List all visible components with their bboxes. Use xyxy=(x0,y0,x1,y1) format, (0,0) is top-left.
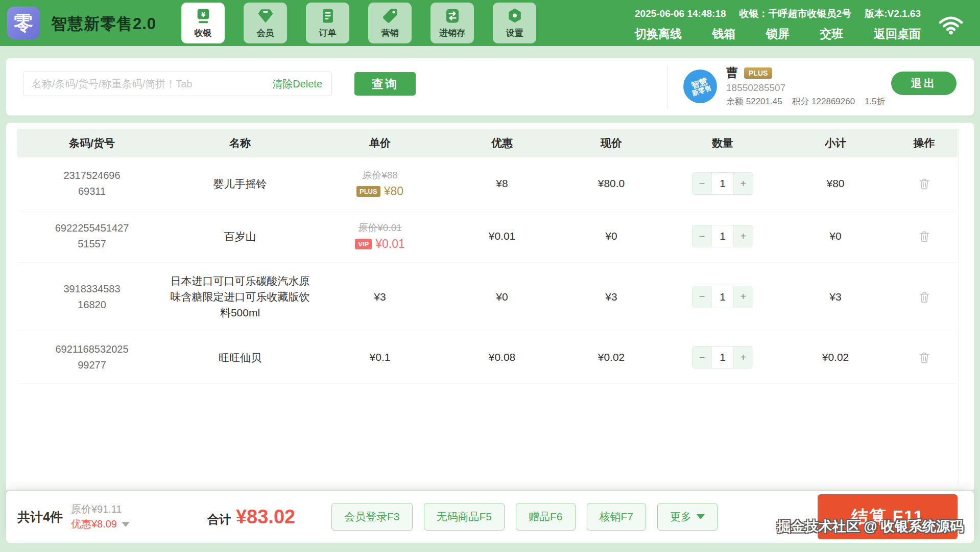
cell-barcode: 692116853202599277 xyxy=(17,341,166,373)
cashier-icon: ¥ xyxy=(195,7,212,25)
delete-row-button[interactable] xyxy=(918,351,931,364)
discount-value: ¥0.01 xyxy=(489,230,516,242)
minus-button[interactable]: − xyxy=(692,286,711,308)
subtotal-value: ¥0 xyxy=(829,230,841,242)
plus-button[interactable]: + xyxy=(734,286,753,308)
cell-subtotal: ¥3 xyxy=(780,291,891,303)
delete-row-button[interactable] xyxy=(918,177,931,190)
cell-current-price: ¥80.0 xyxy=(558,177,665,190)
delete-row-button[interactable] xyxy=(918,290,931,304)
nav-cashier[interactable]: ¥收银 xyxy=(181,3,225,43)
nav-marketing[interactable]: 营销 xyxy=(368,3,412,43)
footer-button-2[interactable]: 赠品F6 xyxy=(516,503,576,531)
footer-button-3[interactable]: 核销F7 xyxy=(587,503,647,531)
product-name: 婴儿手摇铃 xyxy=(211,176,269,192)
quantity-value[interactable]: 1 xyxy=(711,173,733,194)
plus-button[interactable]: + xyxy=(734,225,753,247)
plus-button[interactable]: + xyxy=(734,347,753,368)
plus-button[interactable]: + xyxy=(734,173,753,194)
minus-button[interactable]: − xyxy=(692,347,711,368)
more-button[interactable]: 更多 xyxy=(657,503,718,531)
nav-member[interactable]: 会员 xyxy=(244,3,287,43)
product-name: 日本进口可口可乐碳酸汽水原味含糖限定进口可乐收藏版饮料500ml xyxy=(166,273,314,320)
member-info: 曹 PLUS 18550285507 余额 52201.45 积分 122869… xyxy=(726,65,893,107)
subtotal-value: ¥80 xyxy=(826,177,844,190)
logo-glyph: 零 xyxy=(14,10,33,36)
trash-icon xyxy=(918,351,931,364)
column-header-0: 条码/货号 xyxy=(17,136,166,150)
member-price: ¥80 xyxy=(384,185,403,198)
column-header-3: 优惠 xyxy=(446,136,558,150)
header-action-3[interactable]: 交班 xyxy=(820,26,844,42)
marketing-icon xyxy=(381,7,399,25)
cell-barcode: 231752469669311 xyxy=(17,168,166,199)
cell-current-price: ¥3 xyxy=(558,291,665,303)
minus-button[interactable]: − xyxy=(692,225,711,247)
barcode-line: 3918334583 xyxy=(63,281,120,297)
checkout-button[interactable]: 结算 F11 xyxy=(818,494,958,539)
inventory-icon xyxy=(444,7,461,25)
header-action-2[interactable]: 锁屏 xyxy=(766,26,790,42)
trash-icon xyxy=(918,229,931,243)
nav-order[interactable]: 订单 xyxy=(306,3,349,43)
cart-table: 条码/货号名称单价优惠现价数量小计操作 231752469669311婴儿手摇铃… xyxy=(17,129,958,384)
header-right: 2025-06-06 14:48:18 收银：千呼超市收银员2号 版本:V2.1… xyxy=(635,7,964,42)
scrollbar-track[interactable] xyxy=(958,129,959,484)
cell-subtotal: ¥0.02 xyxy=(780,351,891,363)
search-input[interactable] xyxy=(23,78,272,90)
column-header-6: 小计 xyxy=(780,136,891,150)
footer-bar: 共计4件 原价¥91.11 优惠¥8.09 合计 ¥83.02 会员登录F3无码… xyxy=(6,491,974,543)
original-price: 原价¥88 xyxy=(362,169,398,182)
cell-current-price: ¥0.02 xyxy=(558,351,665,363)
footer-summary: 共计4件 原价¥91.11 优惠¥8.09 合计 ¥83.02 xyxy=(17,491,295,543)
unit-price: ¥3 xyxy=(374,291,386,303)
discount-total[interactable]: 优惠¥8.09 xyxy=(71,517,130,531)
avatar-logo: 智慧 新零售 xyxy=(688,76,712,97)
current-price-value: ¥3 xyxy=(605,291,617,303)
quantity-value[interactable]: 1 xyxy=(711,225,733,247)
barcode-line: 2317524696 xyxy=(63,168,120,183)
order-icon xyxy=(319,7,337,25)
product-name: 旺旺仙贝 xyxy=(217,350,264,365)
table-row: 692116853202599277旺旺仙贝¥0.1¥0.08¥0.02−1+¥… xyxy=(17,331,958,384)
nav-settings[interactable]: 设置 xyxy=(493,3,536,43)
header-action-0[interactable]: 切换离线 xyxy=(635,26,682,42)
wifi-icon xyxy=(938,14,964,35)
clear-delete-button[interactable]: 清除Delete xyxy=(272,77,331,91)
header-cashier: 收银：千呼超市收银员2号 xyxy=(739,7,852,20)
footer-button-0[interactable]: 会员登录F3 xyxy=(331,503,413,531)
header-info-rows: 2025-06-06 14:48:18 收银：千呼超市收银员2号 版本:V2.1… xyxy=(635,7,921,42)
footer-button-1[interactable]: 无码商品F5 xyxy=(424,503,505,531)
column-header-4: 现价 xyxy=(558,136,665,150)
quantity-stepper: −1+ xyxy=(692,225,753,247)
cell-barcode: 391833458316820 xyxy=(17,281,166,313)
header-datetime: 2025-06-06 14:48:18 xyxy=(635,8,726,19)
quantity-stepper: −1+ xyxy=(692,172,753,195)
nav-marketing-label: 营销 xyxy=(381,27,399,39)
query-button[interactable]: 查询 xyxy=(354,72,416,96)
delete-row-button[interactable] xyxy=(918,229,931,243)
search-box: 清除Delete xyxy=(23,72,332,96)
cell-actions xyxy=(891,351,958,364)
quantity-value[interactable]: 1 xyxy=(711,286,733,308)
nav-inventory[interactable]: 进销存 xyxy=(431,3,474,43)
quantity-value[interactable]: 1 xyxy=(711,347,733,368)
member-discount-rate: 1.5折 xyxy=(865,97,886,106)
header-actions: 切换离线钱箱锁屏交班返回桌面 xyxy=(635,26,921,42)
header-bar: 零 智慧新零售2.0 ¥收银会员订单营销进销存设置 2025-06-06 14:… xyxy=(0,0,980,46)
total-count: 共计4件 xyxy=(17,509,63,525)
table-row: 692225545142751557百岁山原价¥0.01VIP¥0.01¥0.0… xyxy=(17,210,958,263)
current-price-value: ¥0.02 xyxy=(598,351,625,363)
cell-subtotal: ¥80 xyxy=(780,177,891,190)
cell-name: 日本进口可口可乐碳酸汽水原味含糖限定进口可乐收藏版饮料500ml xyxy=(166,273,314,320)
minus-button[interactable]: − xyxy=(692,173,711,194)
header-action-4[interactable]: 返回桌面 xyxy=(874,26,921,42)
barcode-line: 69311 xyxy=(78,183,106,199)
cell-discount: ¥8 xyxy=(446,177,558,190)
header-row-1: 2025-06-06 14:48:18 收银：千呼超市收银员2号 版本:V2.1… xyxy=(635,7,921,20)
column-header-2: 单价 xyxy=(314,136,446,150)
current-price-value: ¥80.0 xyxy=(598,177,625,190)
product-name: 百岁山 xyxy=(222,228,258,244)
header-action-1[interactable]: 钱箱 xyxy=(712,26,736,42)
logout-button[interactable]: 退出 xyxy=(891,72,957,95)
